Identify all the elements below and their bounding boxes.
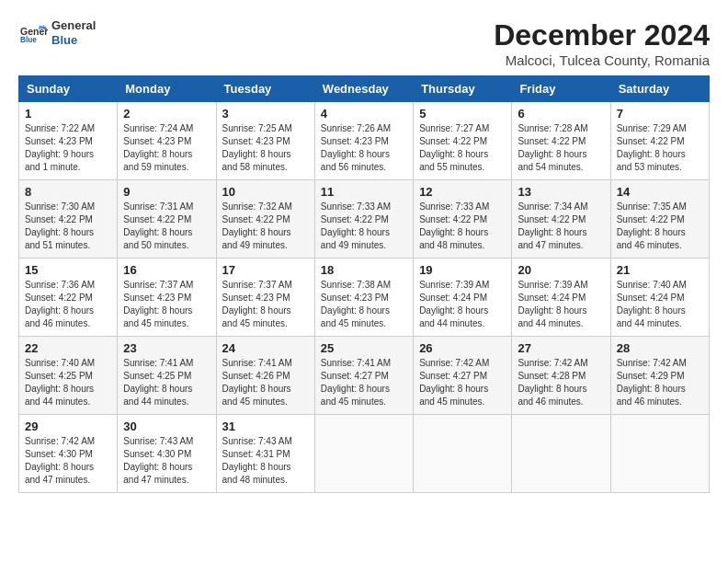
calendar-cell [610,415,709,493]
logo: General Blue General Blue [18,18,96,47]
day-info: Sunrise: 7:33 AM Sunset: 4:22 PM Dayligh… [419,201,506,252]
day-info: Sunrise: 7:42 AM Sunset: 4:27 PM Dayligh… [419,357,506,408]
calendar-week-5: 29Sunrise: 7:42 AM Sunset: 4:30 PM Dayli… [19,415,710,493]
day-number: 28 [617,341,703,355]
svg-text:Blue: Blue [20,35,37,43]
calendar-cell [314,415,413,493]
day-info: Sunrise: 7:40 AM Sunset: 4:25 PM Dayligh… [25,357,111,408]
day-number: 30 [123,419,210,433]
day-number: 19 [419,263,506,277]
calendar-cell: 14Sunrise: 7:35 AM Sunset: 4:22 PM Dayli… [610,180,709,259]
day-number: 13 [518,185,604,199]
calendar-cell: 15Sunrise: 7:36 AM Sunset: 4:22 PM Dayli… [19,259,118,337]
day-info: Sunrise: 7:41 AM Sunset: 4:26 PM Dayligh… [222,357,309,408]
day-info: Sunrise: 7:27 AM Sunset: 4:22 PM Dayligh… [419,122,506,174]
day-number: 26 [419,341,506,355]
calendar-cell [414,415,512,493]
day-number: 4 [321,107,407,121]
day-number: 12 [419,185,506,199]
calendar-cell: 22Sunrise: 7:40 AM Sunset: 4:25 PM Dayli… [19,337,118,415]
day-info: Sunrise: 7:36 AM Sunset: 4:22 PM Dayligh… [25,279,111,330]
day-number: 18 [321,263,407,277]
calendar-week-1: 1Sunrise: 7:22 AM Sunset: 4:23 PM Daylig… [19,102,710,180]
calendar-cell: 21Sunrise: 7:40 AM Sunset: 4:24 PM Dayli… [610,259,709,337]
calendar-cell: 17Sunrise: 7:37 AM Sunset: 4:23 PM Dayli… [216,259,314,337]
calendar-cell: 16Sunrise: 7:37 AM Sunset: 4:23 PM Dayli… [118,259,216,337]
day-info: Sunrise: 7:43 AM Sunset: 4:30 PM Dayligh… [123,435,210,487]
day-info: Sunrise: 7:42 AM Sunset: 4:28 PM Dayligh… [518,357,604,408]
day-info: Sunrise: 7:29 AM Sunset: 4:22 PM Dayligh… [617,122,703,174]
page-title: December 2024 [494,18,710,52]
day-info: Sunrise: 7:40 AM Sunset: 4:24 PM Dayligh… [617,279,703,330]
weekday-header-sunday: Sunday [19,76,118,102]
calendar-table: SundayMondayTuesdayWednesdayThursdayFrid… [18,75,710,493]
day-number: 31 [222,419,309,433]
day-number: 5 [419,107,506,121]
day-number: 24 [222,341,309,355]
calendar-cell: 7Sunrise: 7:29 AM Sunset: 4:22 PM Daylig… [610,102,709,180]
day-info: Sunrise: 7:37 AM Sunset: 4:23 PM Dayligh… [222,279,309,330]
calendar-cell: 26Sunrise: 7:42 AM Sunset: 4:27 PM Dayli… [414,337,512,415]
day-number: 20 [518,263,604,277]
page-container: General Blue General Blue December 2024 … [18,18,710,493]
calendar-cell: 3Sunrise: 7:25 AM Sunset: 4:23 PM Daylig… [216,102,314,180]
day-number: 10 [222,185,309,199]
calendar-cell: 24Sunrise: 7:41 AM Sunset: 4:26 PM Dayli… [216,337,314,415]
day-number: 11 [321,185,407,199]
calendar-cell: 13Sunrise: 7:34 AM Sunset: 4:22 PM Dayli… [512,180,610,259]
day-number: 15 [25,263,111,277]
day-number: 3 [222,107,309,121]
calendar-cell: 6Sunrise: 7:28 AM Sunset: 4:22 PM Daylig… [512,102,610,180]
day-info: Sunrise: 7:43 AM Sunset: 4:31 PM Dayligh… [222,435,309,487]
calendar-week-3: 15Sunrise: 7:36 AM Sunset: 4:22 PM Dayli… [19,259,710,337]
day-info: Sunrise: 7:39 AM Sunset: 4:24 PM Dayligh… [518,279,604,330]
calendar-cell: 18Sunrise: 7:38 AM Sunset: 4:23 PM Dayli… [314,259,413,337]
day-number: 2 [123,107,210,121]
day-number: 21 [617,263,703,277]
calendar-cell: 10Sunrise: 7:32 AM Sunset: 4:22 PM Dayli… [216,180,314,259]
day-info: Sunrise: 7:39 AM Sunset: 4:24 PM Dayligh… [419,279,506,330]
day-number: 8 [25,185,111,199]
day-number: 14 [617,185,703,199]
day-info: Sunrise: 7:22 AM Sunset: 4:23 PM Dayligh… [25,122,111,174]
day-info: Sunrise: 7:42 AM Sunset: 4:30 PM Dayligh… [25,435,111,487]
page-subtitle: Malcoci, Tulcea County, Romania [494,52,710,68]
calendar-week-4: 22Sunrise: 7:40 AM Sunset: 4:25 PM Dayli… [19,337,710,415]
day-info: Sunrise: 7:24 AM Sunset: 4:23 PM Dayligh… [123,122,210,174]
day-number: 23 [123,341,210,355]
weekday-header-saturday: Saturday [610,76,709,102]
weekday-header-monday: Monday [118,76,216,102]
calendar-cell: 5Sunrise: 7:27 AM Sunset: 4:22 PM Daylig… [414,102,512,180]
day-info: Sunrise: 7:42 AM Sunset: 4:29 PM Dayligh… [617,357,703,408]
day-info: Sunrise: 7:34 AM Sunset: 4:22 PM Dayligh… [518,201,604,252]
day-info: Sunrise: 7:32 AM Sunset: 4:22 PM Dayligh… [222,201,309,252]
calendar-cell: 20Sunrise: 7:39 AM Sunset: 4:24 PM Dayli… [512,259,610,337]
calendar-cell [512,415,610,493]
day-info: Sunrise: 7:41 AM Sunset: 4:27 PM Dayligh… [321,357,407,408]
calendar-cell: 29Sunrise: 7:42 AM Sunset: 4:30 PM Dayli… [19,415,118,493]
calendar-cell: 27Sunrise: 7:42 AM Sunset: 4:28 PM Dayli… [512,337,610,415]
calendar-cell: 2Sunrise: 7:24 AM Sunset: 4:23 PM Daylig… [118,102,216,180]
day-number: 1 [25,107,111,121]
weekday-header-wednesday: Wednesday [314,76,413,102]
day-number: 27 [518,341,604,355]
day-number: 6 [518,107,604,121]
day-info: Sunrise: 7:31 AM Sunset: 4:22 PM Dayligh… [123,201,210,252]
day-number: 17 [222,263,309,277]
header: General Blue General Blue December 2024 … [18,18,710,68]
calendar-cell: 11Sunrise: 7:33 AM Sunset: 4:22 PM Dayli… [314,180,413,259]
logo-general-text: General [51,18,96,33]
calendar-cell: 4Sunrise: 7:26 AM Sunset: 4:23 PM Daylig… [314,102,413,180]
calendar-cell: 19Sunrise: 7:39 AM Sunset: 4:24 PM Dayli… [414,259,512,337]
day-number: 25 [321,341,407,355]
title-block: December 2024 Malcoci, Tulcea County, Ro… [494,18,710,68]
day-info: Sunrise: 7:35 AM Sunset: 4:22 PM Dayligh… [617,201,703,252]
logo-blue-text: Blue [51,33,96,48]
day-info: Sunrise: 7:37 AM Sunset: 4:23 PM Dayligh… [123,279,210,330]
logo-icon: General Blue [20,22,48,44]
calendar-cell: 25Sunrise: 7:41 AM Sunset: 4:27 PM Dayli… [314,337,413,415]
weekday-header-friday: Friday [512,76,610,102]
calendar-cell: 31Sunrise: 7:43 AM Sunset: 4:31 PM Dayli… [216,415,314,493]
weekday-header-row: SundayMondayTuesdayWednesdayThursdayFrid… [19,76,710,102]
day-info: Sunrise: 7:41 AM Sunset: 4:25 PM Dayligh… [123,357,210,408]
